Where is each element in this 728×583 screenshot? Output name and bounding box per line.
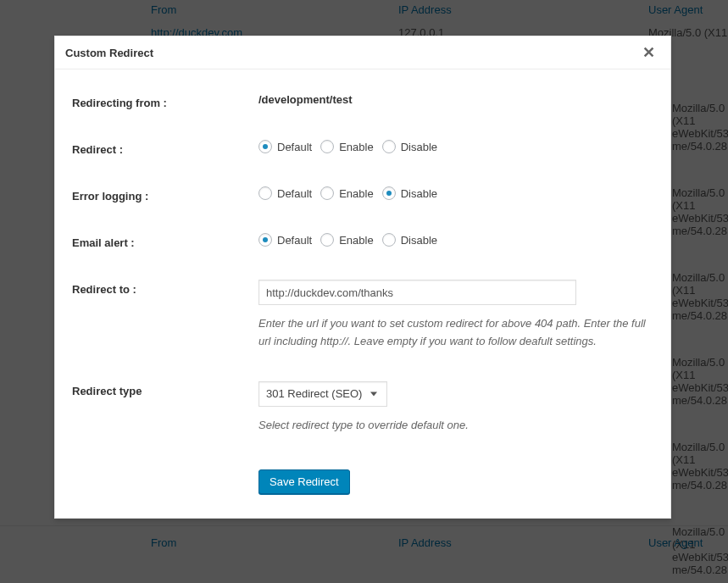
label-error-logging: Error logging : <box>72 186 258 203</box>
radio-label: Default <box>277 141 312 153</box>
close-icon[interactable]: ✕ <box>637 43 660 62</box>
label-redirect: Redirect : <box>72 140 258 156</box>
errorlog-disable-option[interactable]: Disable <box>382 186 437 200</box>
radio-icon <box>320 233 334 247</box>
label-redirecting-from: Redirecting from : <box>72 93 258 109</box>
radio-icon <box>320 186 334 200</box>
radio-icon <box>258 140 272 153</box>
emailalert-enable-option[interactable]: Enable <box>320 233 373 247</box>
label-redirect-to: Redirect to : <box>72 280 258 296</box>
radio-icon <box>258 186 272 200</box>
errorlog-enable-option[interactable]: Enable <box>320 186 373 200</box>
radio-label: Enable <box>339 141 373 153</box>
label-email-alert: Email alert : <box>72 233 258 249</box>
radio-icon <box>382 233 396 247</box>
redirect-radio-group: Default Enable Disable <box>258 140 653 153</box>
radio-label: Default <box>277 187 312 200</box>
redirect-type-help: Select redirect type to override default… <box>258 417 648 435</box>
modal-header: Custom Redirect ✕ <box>55 36 670 69</box>
label-redirect-type: Redirect type <box>72 381 258 397</box>
redirecting-from-value: /development/test <box>258 93 353 106</box>
radio-icon <box>382 186 396 200</box>
error-logging-radio-group: Default Enable Disable <box>258 186 653 200</box>
radio-label: Disable <box>401 187 437 200</box>
redirect-type-selected: 301 Redirect (SEO) <box>266 387 362 400</box>
radio-label: Disable <box>401 234 437 247</box>
chevron-down-icon <box>366 386 381 402</box>
redirect-enable-option[interactable]: Enable <box>320 140 373 153</box>
redirect-to-help: Enter the url if you want to set custom … <box>258 315 648 351</box>
radio-icon <box>382 140 396 153</box>
radio-label: Enable <box>339 187 373 200</box>
save-redirect-button[interactable]: Save Redirect <box>258 469 350 494</box>
radio-icon <box>320 140 334 153</box>
emailalert-disable-option[interactable]: Disable <box>382 233 437 247</box>
redirect-default-option[interactable]: Default <box>258 140 312 153</box>
redirect-type-select[interactable]: 301 Redirect (SEO) <box>258 381 387 407</box>
errorlog-default-option[interactable]: Default <box>258 186 312 200</box>
radio-label: Default <box>277 234 312 247</box>
email-alert-radio-group: Default Enable Disable <box>258 233 653 247</box>
radio-label: Enable <box>339 234 373 247</box>
custom-redirect-modal: Custom Redirect ✕ Redirecting from : /de… <box>54 36 671 519</box>
emailalert-default-option[interactable]: Default <box>258 233 312 247</box>
radio-icon <box>258 233 272 247</box>
radio-label: Disable <box>401 141 437 153</box>
redirect-to-input[interactable] <box>258 280 576 305</box>
modal-title: Custom Redirect <box>65 47 153 59</box>
redirect-disable-option[interactable]: Disable <box>382 140 437 153</box>
